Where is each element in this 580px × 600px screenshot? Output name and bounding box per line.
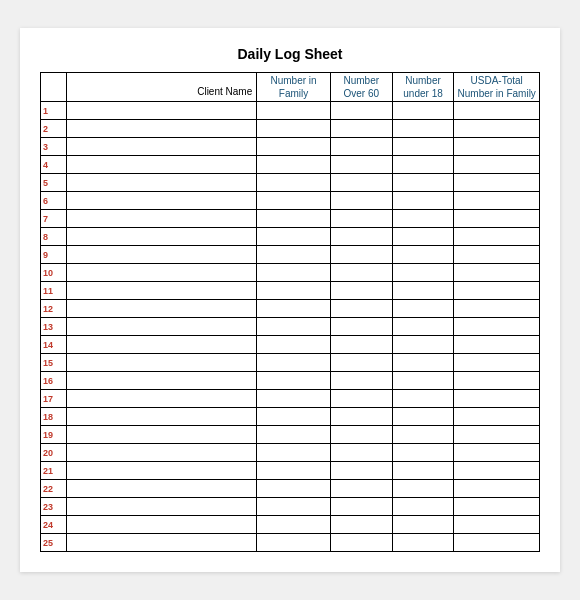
num-family-cell bbox=[257, 336, 331, 354]
num-family-cell bbox=[257, 282, 331, 300]
num-family-cell bbox=[257, 120, 331, 138]
client-name-cell bbox=[67, 498, 257, 516]
num-family-cell bbox=[257, 372, 331, 390]
usda-cell bbox=[454, 156, 540, 174]
over60-cell bbox=[330, 318, 392, 336]
col-header-usda: USDA-Total Number in Family bbox=[454, 73, 540, 102]
col-header-num-family: Number in Family bbox=[257, 73, 331, 102]
header-row: Client Name Number in Family Number Over… bbox=[41, 73, 540, 102]
client-name-cell bbox=[67, 282, 257, 300]
col-header-rownum bbox=[41, 73, 67, 102]
over60-cell bbox=[330, 246, 392, 264]
table-row: 17 bbox=[41, 390, 540, 408]
usda-cell bbox=[454, 192, 540, 210]
over60-cell bbox=[330, 138, 392, 156]
client-name-cell bbox=[67, 516, 257, 534]
num-family-cell bbox=[257, 516, 331, 534]
page: Daily Log Sheet Client Name Number in Fa… bbox=[20, 28, 560, 572]
client-name-cell bbox=[67, 480, 257, 498]
num-family-cell bbox=[257, 246, 331, 264]
num-family-cell bbox=[257, 192, 331, 210]
under18-cell bbox=[392, 408, 454, 426]
col-header-client: Client Name bbox=[67, 73, 257, 102]
table-row: 23 bbox=[41, 498, 540, 516]
row-number: 11 bbox=[41, 282, 67, 300]
usda-cell bbox=[454, 354, 540, 372]
under18-cell bbox=[392, 228, 454, 246]
table-row: 5 bbox=[41, 174, 540, 192]
over60-cell bbox=[330, 156, 392, 174]
row-number: 12 bbox=[41, 300, 67, 318]
table-row: 12 bbox=[41, 300, 540, 318]
over60-cell bbox=[330, 372, 392, 390]
usda-cell bbox=[454, 516, 540, 534]
client-name-cell bbox=[67, 444, 257, 462]
client-name-cell bbox=[67, 246, 257, 264]
num-family-cell bbox=[257, 426, 331, 444]
over60-cell bbox=[330, 408, 392, 426]
under18-cell bbox=[392, 120, 454, 138]
usda-cell bbox=[454, 228, 540, 246]
usda-cell bbox=[454, 138, 540, 156]
row-number: 4 bbox=[41, 156, 67, 174]
usda-cell bbox=[454, 336, 540, 354]
table-row: 4 bbox=[41, 156, 540, 174]
client-name-cell bbox=[67, 318, 257, 336]
num-family-cell bbox=[257, 156, 331, 174]
over60-cell bbox=[330, 210, 392, 228]
client-name-cell bbox=[67, 156, 257, 174]
client-name-cell bbox=[67, 138, 257, 156]
num-family-cell bbox=[257, 102, 331, 120]
over60-cell bbox=[330, 192, 392, 210]
under18-cell bbox=[392, 246, 454, 264]
usda-cell bbox=[454, 498, 540, 516]
num-family-cell bbox=[257, 318, 331, 336]
usda-cell bbox=[454, 282, 540, 300]
under18-cell bbox=[392, 192, 454, 210]
over60-cell bbox=[330, 534, 392, 552]
table-row: 6 bbox=[41, 192, 540, 210]
under18-cell bbox=[392, 174, 454, 192]
table-row: 9 bbox=[41, 246, 540, 264]
row-number: 14 bbox=[41, 336, 67, 354]
num-family-cell bbox=[257, 228, 331, 246]
client-name-cell bbox=[67, 174, 257, 192]
table-row: 18 bbox=[41, 408, 540, 426]
under18-cell bbox=[392, 138, 454, 156]
table-body: 1234567891011121314151617181920212223242… bbox=[41, 102, 540, 552]
under18-cell bbox=[392, 498, 454, 516]
over60-cell bbox=[330, 444, 392, 462]
client-name-cell bbox=[67, 534, 257, 552]
num-family-cell bbox=[257, 480, 331, 498]
table-row: 21 bbox=[41, 462, 540, 480]
log-table: Client Name Number in Family Number Over… bbox=[40, 72, 540, 552]
client-name-cell bbox=[67, 354, 257, 372]
row-number: 1 bbox=[41, 102, 67, 120]
client-name-cell bbox=[67, 462, 257, 480]
over60-cell bbox=[330, 426, 392, 444]
row-number: 9 bbox=[41, 246, 67, 264]
row-number: 15 bbox=[41, 354, 67, 372]
client-name-cell bbox=[67, 120, 257, 138]
over60-cell bbox=[330, 264, 392, 282]
under18-cell bbox=[392, 102, 454, 120]
row-number: 20 bbox=[41, 444, 67, 462]
over60-cell bbox=[330, 354, 392, 372]
usda-cell bbox=[454, 210, 540, 228]
under18-cell bbox=[392, 390, 454, 408]
table-row: 22 bbox=[41, 480, 540, 498]
row-number: 23 bbox=[41, 498, 67, 516]
table-row: 13 bbox=[41, 318, 540, 336]
row-number: 2 bbox=[41, 120, 67, 138]
client-name-cell bbox=[67, 210, 257, 228]
over60-cell bbox=[330, 462, 392, 480]
over60-cell bbox=[330, 516, 392, 534]
num-family-cell bbox=[257, 444, 331, 462]
row-number: 16 bbox=[41, 372, 67, 390]
table-row: 14 bbox=[41, 336, 540, 354]
usda-cell bbox=[454, 120, 540, 138]
table-row: 2 bbox=[41, 120, 540, 138]
under18-cell bbox=[392, 372, 454, 390]
client-name-cell bbox=[67, 300, 257, 318]
row-number: 17 bbox=[41, 390, 67, 408]
